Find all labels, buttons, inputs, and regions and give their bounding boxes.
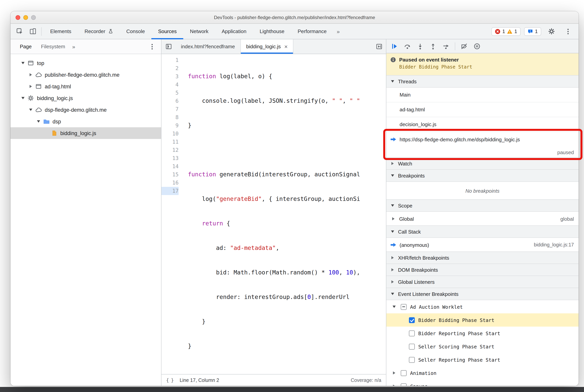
toggle-navigator-button[interactable] [161, 39, 175, 54]
tree-item-label: ad-tag.html [45, 84, 71, 89]
checkbox-canvas[interactable] [401, 383, 407, 386]
kebab-menu-icon [151, 44, 153, 50]
disclosure-triangle-icon[interactable] [28, 108, 34, 111]
step-into-button[interactable] [417, 43, 423, 49]
tree-item-top[interactable]: top [10, 57, 161, 69]
minimize-window-button[interactable] [23, 15, 28, 20]
tab-bidding-logic-js[interactable]: bidding_logic.js × [241, 39, 294, 54]
section-dom-breakpoints-header[interactable]: DOM Breakpoints [386, 264, 579, 276]
cursor-position: Line 17, Column 2 [180, 378, 219, 383]
elb-group-animation[interactable]: Animation [386, 366, 579, 380]
kebab-menu-icon [567, 28, 569, 34]
tab-application[interactable]: Application [215, 24, 253, 39]
tab-elements[interactable]: Elements [43, 24, 78, 39]
inspect-element-button[interactable] [13, 26, 26, 37]
issues-badge[interactable]: 1 [524, 27, 541, 36]
checkbox-bidder-reporting-phase-start[interactable] [409, 330, 415, 336]
tab-page[interactable]: Page [15, 39, 36, 54]
section-breakpoints-header[interactable]: Breakpoints [386, 169, 579, 182]
elb-group-canvas[interactable]: Canvas [386, 380, 579, 386]
disclosure-triangle-icon[interactable] [20, 97, 26, 99]
disclosure-triangle-icon[interactable] [391, 306, 397, 308]
elb-item-bidder-reporting-phase-start[interactable]: Bidder Reporting Phase Start [386, 326, 579, 340]
tree-item-dsp-folder[interactable]: dsp [10, 116, 161, 127]
tab-recorder[interactable]: Recorder [78, 24, 120, 39]
checkbox-seller-reporting-phase-start[interactable] [409, 357, 415, 362]
tab-sources[interactable]: Sources [151, 24, 183, 39]
debugger-toolbar [386, 39, 579, 53]
tree-item-bidding-logic-worklet[interactable]: bidding_logic.js [10, 92, 161, 104]
menu-button[interactable] [562, 26, 575, 37]
more-navigator-tabs-button[interactable]: » [70, 39, 78, 54]
tab-network[interactable]: Network [183, 24, 215, 39]
more-tools-button[interactable]: » [333, 28, 343, 34]
step-button[interactable] [443, 43, 449, 49]
chevron-down-icon [390, 174, 395, 177]
code-editor[interactable]: 1 2 3 4 5 6 7 8 9 10 11 12 13 [161, 54, 386, 374]
tab-label: Performance [298, 28, 327, 34]
disclosure-triangle-icon[interactable] [391, 371, 397, 374]
disclosure-triangle-icon[interactable] [35, 120, 42, 122]
tree-item-publisher-domain[interactable]: publisher-fledge-demo.glitch.me [10, 69, 161, 80]
close-window-button[interactable] [15, 15, 20, 20]
cloud-icon [35, 72, 42, 78]
thread-row-decision-logic[interactable]: decision_logic.js [386, 117, 579, 132]
tree-item-ad-tag[interactable]: ad-tag.html [10, 80, 161, 92]
elb-item-seller-scoring-phase-start[interactable]: Seller Scoring Phase Start [386, 340, 579, 353]
disclosure-triangle-icon[interactable] [28, 85, 34, 88]
code-line: console.log(label, JSON.stringify(o, " "… [184, 97, 386, 105]
pause-on-exceptions-button[interactable] [474, 43, 480, 49]
elb-item-bidder-bidding-phase-start[interactable]: Bidder Bidding Phase Start [386, 313, 579, 326]
checkbox-bidder-bidding-phase-start[interactable] [409, 317, 415, 323]
checkbox-seller-scoring-phase-start[interactable] [409, 344, 415, 349]
tab-filesystem[interactable]: Filesystem [36, 39, 70, 54]
navigator-menu-button[interactable] [145, 41, 159, 52]
section-watch-header[interactable]: Watch [386, 157, 579, 170]
pretty-print-button[interactable]: { } [166, 378, 173, 383]
tab-console[interactable]: Console [120, 24, 151, 39]
tab-label: index.html?fencedframe [181, 44, 235, 50]
play-to-end-icon [376, 43, 382, 50]
section-scope-header[interactable]: Scope [386, 199, 579, 212]
close-tab-icon[interactable]: × [284, 44, 288, 50]
chevron-down-icon [390, 204, 395, 207]
section-event-listener-breakpoints-header[interactable]: Event Listener Breakpoints [386, 288, 579, 300]
section-threads-header[interactable]: Threads [386, 75, 579, 88]
error-count: 1 [502, 28, 505, 34]
tab-performance[interactable]: Performance [291, 24, 333, 39]
thread-row-main[interactable]: Main [386, 88, 579, 102]
tab-index-html[interactable]: index.html?fencedframe [175, 39, 241, 54]
disclosure-triangle-icon[interactable] [20, 62, 26, 64]
errors-warnings-badge[interactable]: 1 1 [491, 27, 521, 36]
settings-button[interactable] [545, 26, 558, 37]
disclosure-triangle-icon[interactable] [391, 384, 397, 386]
section-global-listeners-header[interactable]: Global Listeners [386, 276, 579, 288]
thread-row-bidding-logic[interactable]: https://dsp-fledge-demo.glitch.me/dsp/bi… [386, 132, 579, 147]
section-title: Call Stack [398, 229, 421, 234]
deactivate-breakpoints-button[interactable] [461, 43, 467, 49]
resume-button[interactable] [391, 43, 398, 49]
tree-item-bidding-logic-file[interactable]: bidding_logic.js [10, 127, 161, 139]
device-toolbar-button[interactable] [26, 26, 39, 37]
scope-global-row[interactable]: Global global [386, 212, 579, 226]
elb-group-ad-auction-worklet[interactable]: Ad Auction Worklet [386, 300, 579, 313]
checkbox-animation[interactable] [401, 370, 407, 376]
step-over-button[interactable] [404, 43, 411, 49]
section-call-stack-header[interactable]: Call Stack [386, 226, 579, 238]
call-stack-frame-row[interactable]: (anonymous) bidding_logic.js:17 [386, 238, 579, 252]
disclosure-triangle-icon[interactable] [28, 73, 34, 76]
checkbox-ad-auction-worklet[interactable] [401, 304, 407, 310]
editor-statusbar: { } Line 17, Column 2 Coverage: n/a [161, 374, 386, 386]
fullscreen-window-button[interactable] [31, 15, 36, 20]
step-out-button[interactable] [430, 43, 436, 49]
frame-name: (anonymous) [400, 242, 429, 248]
section-xhr-breakpoints-header[interactable]: XHR/fetch Breakpoints [386, 252, 579, 264]
tab-lighthouse[interactable]: Lighthouse [253, 24, 291, 39]
tree-item-dsp-domain[interactable]: dsp-fledge-demo.glitch.me [10, 104, 161, 116]
tab-overflow-button[interactable] [372, 39, 386, 54]
coverage-status: Coverage: n/a [351, 378, 381, 383]
step-over-icon [404, 43, 411, 49]
elb-item-seller-reporting-phase-start[interactable]: Seller Reporting Phase Start [386, 353, 579, 366]
thread-row-ad-tag[interactable]: ad-tag.html [386, 102, 579, 117]
tab-label: Sources [158, 28, 177, 34]
